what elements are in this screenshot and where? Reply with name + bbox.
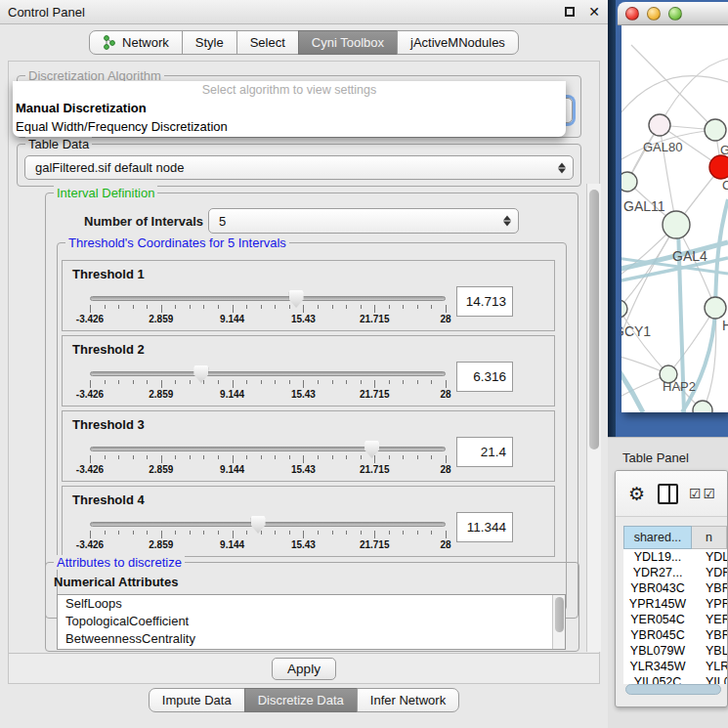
node-label-hap2: HAP2: [663, 379, 696, 394]
column-header-shared-name[interactable]: shared...: [623, 526, 692, 549]
threshold-value-field[interactable]: 21.4: [456, 437, 513, 467]
tab-discretize-data[interactable]: Discretize Data: [244, 688, 358, 712]
table-data-combobox[interactable]: galFiltered.sif default node: [24, 155, 574, 180]
threshold-value-field[interactable]: 14.713: [456, 286, 513, 317]
control-panel-titlebar: Control Panel ✕: [0, 0, 608, 24]
cell-name: YIL0: [692, 674, 727, 684]
slider-tick-labels: -3.4262.8599.14415.4321.71528: [90, 464, 446, 477]
table-row[interactable]: YDR27...YDR2: [623, 565, 727, 580]
checkbox-icon[interactable]: ☑: [689, 487, 702, 500]
apply-zone: Apply: [9, 653, 599, 683]
control-panel-tabbar: NetworkStyleSelectCyni ToolboxjActiveMNo…: [0, 30, 608, 55]
table-row[interactable]: YBL079WYBL0: [623, 643, 727, 659]
panel-title: Control Panel: [8, 5, 85, 20]
slider-ticks: [90, 305, 446, 314]
gear-icon[interactable]: ⚙: [628, 485, 645, 503]
network-icon: [103, 35, 117, 50]
cell-shared-name: YBL079W: [623, 643, 692, 659]
tab-infer-network[interactable]: Infer Network: [357, 688, 459, 712]
cell-name: YDL1: [692, 549, 727, 565]
threshold-card-3: Threshold 3-3.4262.8599.14415.4321.71528…: [62, 410, 555, 482]
table-header-row: shared... n: [623, 526, 727, 549]
cell-name: YBL0: [692, 643, 727, 659]
tab-cyni-toolbox[interactable]: Cyni Toolbox: [298, 30, 398, 55]
table-data-group: Table Data galFiltered.sif default node: [17, 144, 581, 187]
group-title: Attributes to discretize: [54, 555, 185, 570]
threshold-label: Threshold 4: [72, 492, 145, 507]
attribute-item-betweennesscentrality[interactable]: BetweennessCentrality: [58, 630, 565, 648]
algorithm-option-equal-width-frequency-discretization[interactable]: Equal Width/Frequency Discretization: [13, 117, 566, 136]
node-label-gal11: GAL11: [623, 198, 665, 214]
number-of-intervals-label: Number of Intervals: [84, 214, 203, 229]
apply-button[interactable]: Apply: [272, 658, 336, 680]
checkbox-icon[interactable]: ☑: [704, 487, 716, 500]
threshold-card-1: Threshold 1-3.4262.8599.14415.4321.71528…: [62, 260, 555, 331]
slider-tick-labels: -3.4262.8599.14415.4321.71528: [90, 539, 446, 552]
table-horizontal-scrollbar[interactable]: [625, 684, 721, 695]
tab-label: Select: [250, 35, 285, 50]
table-toolbar: ⚙ ☑ ☑: [616, 471, 727, 517]
cell-name: YPR1: [692, 596, 727, 612]
cell-shared-name: YDL19...: [623, 549, 692, 565]
node-label-partial-g: G: [720, 143, 728, 157]
panel-scrollbar[interactable]: [586, 184, 601, 652]
group-title: Threshold's Coordinates for 5 Intervals: [65, 236, 289, 250]
node-label-partial-c: C: [722, 178, 728, 193]
tab-select[interactable]: Select: [236, 30, 299, 55]
threshold-slider-track[interactable]: [90, 522, 446, 527]
table-row[interactable]: YBR043CYBR0: [623, 580, 727, 596]
cell-shared-name: YIL052C: [623, 674, 692, 684]
algorithm-option-manual-discretization[interactable]: Manual Discretization: [13, 99, 566, 117]
threshold-label: Threshold 2: [72, 342, 145, 357]
table-row[interactable]: YPR145WYPR1: [623, 596, 727, 612]
tab-style[interactable]: Style: [182, 30, 237, 55]
attribute-item-selfloops[interactable]: SelfLoops: [58, 595, 565, 613]
tab-network[interactable]: Network: [89, 30, 183, 55]
close-traffic-light-icon[interactable]: [625, 7, 639, 21]
table-row[interactable]: YDL19...YDL1: [623, 549, 727, 565]
table-row[interactable]: YIL052CYIL0: [623, 674, 727, 684]
tab-jactivemnodules[interactable]: jActiveMNodules: [397, 30, 519, 55]
control-panel: Control Panel ✕ NetworkStyleSelectCyni T…: [0, 0, 608, 728]
network-window-titlebar: [618, 2, 728, 25]
node-label-gcy1: GCY1: [621, 323, 651, 339]
algorithm-dropdown-popup: Select algorithm to view settingsManual …: [13, 81, 566, 137]
threshold-slider-track[interactable]: [90, 447, 446, 451]
cell-shared-name: YDR27...: [623, 565, 692, 580]
group-title: Interval Definition: [54, 186, 157, 200]
number-of-intervals-combobox[interactable]: 5: [208, 208, 519, 234]
node-label-partial-h: H: [722, 318, 728, 333]
table-row[interactable]: YLR345WYLR3: [623, 659, 727, 674]
minimize-traffic-light-icon[interactable]: [647, 7, 661, 21]
attribute-item-topologicalcoefficient[interactable]: TopologicalCoefficient: [58, 613, 565, 630]
tab-label: jActiveMNodules: [410, 35, 505, 50]
node-label-gal80: GAL80: [643, 140, 682, 154]
float-window-icon[interactable]: [565, 7, 575, 17]
threshold-slider-track[interactable]: [90, 296, 446, 301]
cell-shared-name: YBR043C: [623, 580, 692, 596]
cell-name: YBR0: [692, 627, 727, 643]
threshold-slider-track[interactable]: [90, 371, 446, 376]
attributes-scrollbar[interactable]: [552, 595, 565, 649]
column-header-name[interactable]: n: [692, 526, 727, 549]
zoom-traffic-light-icon[interactable]: [668, 7, 682, 21]
numerical-attributes-heading: Numerical Attributes: [54, 575, 178, 589]
numerical-attributes-list[interactable]: SelfLoopsTopologicalCoefficientBetweenne…: [57, 594, 566, 650]
cell-name: YDR2: [692, 565, 727, 580]
cell-shared-name: YBR045C: [623, 627, 692, 643]
table-row[interactable]: YBR045CYBR0: [623, 627, 727, 643]
cell-shared-name: YLR345W: [623, 659, 692, 674]
attributes-group: Attributes to discretize Numerical Attri…: [45, 562, 579, 652]
network-canvas[interactable]: GAL80 G C GAL11 GAL4 GCY1 H HAP2: [621, 25, 728, 412]
network-view-window: GAL80 G C GAL11 GAL4 GCY1 H HAP2: [616, 0, 728, 437]
close-icon[interactable]: ✕: [588, 7, 600, 17]
threshold-value-field[interactable]: 6.316: [456, 362, 513, 392]
cyni-toolbox-content: Discretization Algorithm Select algorith…: [8, 61, 600, 684]
combo-arrows-icon: [503, 216, 511, 227]
table-row[interactable]: YER054CYER0: [623, 612, 727, 627]
columns-icon[interactable]: [658, 484, 678, 504]
threshold-value-field[interactable]: 11.344: [456, 512, 513, 542]
tab-impute-data[interactable]: Impute Data: [149, 688, 245, 712]
tab-label: Discretize Data: [258, 693, 344, 707]
slider-ticks: [90, 531, 446, 539]
